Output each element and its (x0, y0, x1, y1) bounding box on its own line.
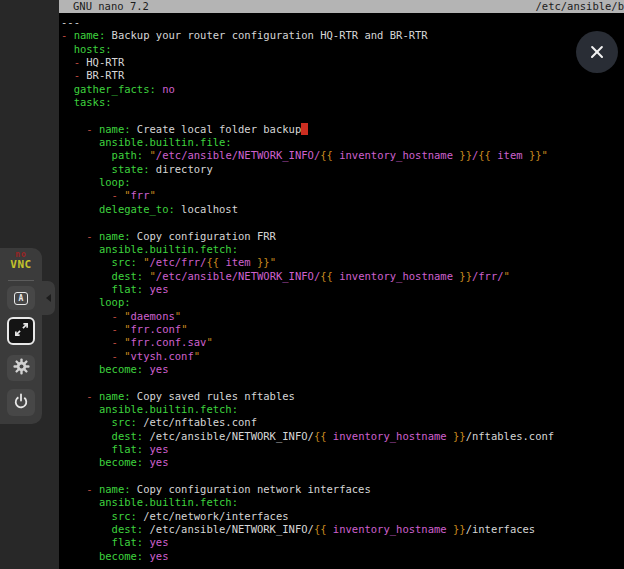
control-panel-handle[interactable] (41, 281, 55, 315)
panel-divider (8, 280, 34, 281)
code-line: become: yes (61, 550, 624, 563)
code-line: - name: Copy saved rules nftables (61, 390, 624, 403)
code-line: - "daemons" (61, 310, 624, 323)
code-line: ansible.builtin.fetch: (61, 243, 624, 256)
novnc-logo: no VNC (0, 251, 42, 270)
novnc-logo-vnc: VNC (0, 259, 42, 270)
code-line: dest: /etc/ansible/NETWORK_INFO/{{ inven… (61, 430, 624, 443)
code-line: path: "/etc/ansible/NETWORK_INFO/{{ inve… (61, 149, 624, 162)
code-line: - "frr.conf" (61, 323, 624, 336)
code-line: ansible.builtin.file: (61, 136, 624, 149)
code-line (61, 109, 624, 122)
nano-titlebar: GNU nano 7.2 /etc/ansible/b (59, 0, 624, 13)
code-line: delegate_to: localhost (61, 203, 624, 216)
gear-icon (13, 358, 30, 379)
code-line: - HQ-RTR (61, 56, 624, 69)
code-line: become: yes (61, 363, 624, 376)
code-line: - name: Copy configuration network inter… (61, 483, 624, 496)
power-button[interactable] (7, 389, 35, 416)
expand-icon (14, 322, 29, 341)
code-line: - "vtysh.conf" (61, 350, 624, 363)
code-line (61, 376, 624, 389)
code-line: state: directory (61, 163, 624, 176)
code-line: - name: Backup your router configuration… (61, 29, 624, 42)
fullscreen-button[interactable] (7, 317, 35, 345)
code-line: - name: Copy configuration FRR (61, 230, 624, 243)
code-line: ansible.builtin.fetch: (61, 403, 624, 416)
code-line: tasks: (61, 96, 624, 109)
code-line: flat: yes (61, 443, 624, 456)
code-line: src: /etc/network/interfaces (61, 510, 624, 523)
code-line: - BR-RTR (61, 69, 624, 82)
code-line: gather_facts: no (61, 83, 624, 96)
keyboard-a-icon: A (14, 292, 28, 305)
code-line: hosts: (61, 43, 624, 56)
code-line: flat: yes (61, 283, 624, 296)
code-line: src: /etc/nftables.conf (61, 416, 624, 429)
code-line: --- (61, 16, 624, 29)
code-line: dest: /etc/ansible/NETWORK_INFO/{{ inven… (61, 523, 624, 536)
code-line (61, 216, 624, 229)
code-line: flat: yes (61, 536, 624, 549)
chevron-left-icon (46, 294, 51, 302)
code-line: loop: (61, 176, 624, 189)
vnc-control-panel: no VNC A (0, 248, 42, 424)
nano-version: GNU nano 7.2 (73, 0, 149, 13)
power-icon (13, 393, 29, 413)
code-line: - "frr.conf.sav" (61, 336, 624, 349)
code-line: ansible.builtin.fetch: (61, 496, 624, 509)
code-line: become: yes (61, 456, 624, 469)
code-line: - name: Create local folder backup (61, 123, 624, 136)
vnc-screen[interactable]: GNU nano 7.2 /etc/ansible/b ---- name: B… (59, 0, 624, 569)
keyboard-button[interactable]: A (7, 286, 35, 310)
nano-filepath: /etc/ansible/b (535, 0, 624, 13)
editor-content[interactable]: ---- name: Backup your router configurat… (59, 13, 624, 563)
code-line: - "frr" (61, 189, 624, 202)
code-line: src: "/etc/frr/{{ item }}" (61, 256, 624, 269)
settings-button[interactable] (7, 355, 35, 381)
close-button[interactable] (576, 31, 618, 73)
code-line: dest: "/etc/ansible/NETWORK_INFO/{{ inve… (61, 270, 624, 283)
code-line: loop: (61, 296, 624, 309)
code-line (61, 470, 624, 483)
